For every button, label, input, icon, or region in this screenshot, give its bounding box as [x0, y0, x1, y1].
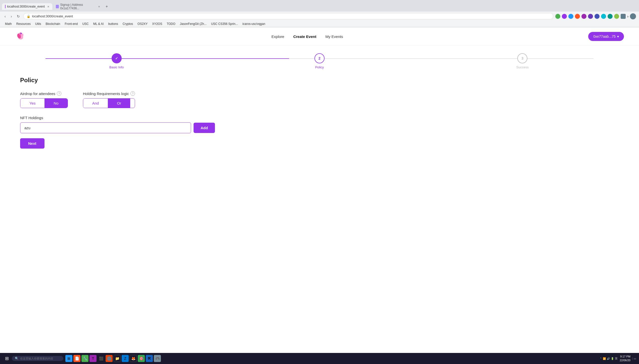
nav-explore[interactable]: Explore	[271, 34, 284, 39]
navigation: Explore Create Event My Events 0xe77aab.…	[0, 27, 639, 46]
nav-my-events[interactable]: My Events	[325, 34, 343, 39]
extensions-chevron[interactable]: ›	[627, 14, 628, 18]
tab-favicon-2	[56, 5, 59, 8]
nav-create-event[interactable]: Create Event	[293, 34, 316, 39]
bookmark-blockchain-label: Blockchain	[45, 22, 60, 26]
tab-close-1[interactable]: ✕	[47, 5, 49, 8]
airdrop-yes-button[interactable]: Yes	[20, 99, 44, 108]
ext-icon-5[interactable]	[581, 14, 586, 19]
ext-icon-10[interactable]	[614, 14, 619, 19]
bookmark-usccs356[interactable]: USC CS356 Sprin...	[209, 22, 240, 26]
next-button[interactable]: Next	[20, 138, 44, 149]
holding-and-button[interactable]: And	[83, 99, 108, 108]
ext-icon-1[interactable]	[555, 14, 560, 19]
bookmarks-bar: Math Resources Utils Blockchain Front-en…	[0, 21, 639, 27]
bookmark-usc-label: USC	[82, 22, 88, 26]
bookmark-frontend[interactable]: Front-end	[63, 22, 80, 26]
add-button[interactable]: Add	[194, 123, 215, 133]
bookmark-xy2os-label: XY2OS	[152, 22, 162, 26]
stepper-container: ✓ Basic Info 2 Policy 3 Success	[0, 46, 639, 72]
nft-holdings-input[interactable]	[20, 122, 191, 133]
tab-inactive[interactable]: Signup | Address 0x1a177436... ✕	[53, 2, 103, 12]
holding-or-button[interactable]: Or	[108, 99, 130, 108]
stepper-steps: ✓ Basic Info 2 Policy 3 Success	[15, 53, 624, 69]
wallet-button[interactable]: 0xe77aab...75 ▾	[588, 32, 624, 41]
refresh-button[interactable]: ↻	[15, 14, 21, 19]
holding-help-icon[interactable]: ?	[130, 91, 135, 96]
bookmark-os2xy-label: OS2XY	[138, 22, 148, 26]
bookmark-os2xy[interactable]: OS2XY	[135, 22, 150, 26]
ext-icon-2[interactable]	[562, 14, 567, 19]
ext-icon-6[interactable]	[588, 14, 593, 19]
nft-input-row: Add	[20, 122, 619, 133]
holding-toggle: And Or	[83, 98, 135, 108]
ext-icon-8[interactable]	[601, 14, 606, 19]
tab-title-2: Signup | Address 0x1a177436...	[60, 3, 96, 10]
bookmark-blockchain[interactable]: Blockchain	[43, 22, 62, 26]
ext-icon-11[interactable]	[621, 14, 626, 19]
bookmark-utils[interactable]: Utils	[33, 22, 43, 26]
logo[interactable]	[15, 30, 26, 42]
bookmark-math-label: Math	[5, 22, 12, 26]
bookmark-usc[interactable]: USC	[80, 22, 90, 26]
profile-icon[interactable]	[630, 13, 636, 19]
airdrop-help-icon[interactable]: ?	[57, 91, 61, 96]
step-3-circle: 3	[517, 53, 527, 63]
bookmark-buttons[interactable]: buttons	[106, 22, 120, 26]
bookmark-frontend-label: Front-end	[65, 22, 78, 26]
ext-icon-4[interactable]	[575, 14, 580, 19]
step-1-label: Basic Info	[109, 65, 124, 69]
browser-chrome: localhost:3000/create_event ✕ Signup | A…	[0, 0, 639, 27]
step-1-circle: ✓	[112, 53, 122, 63]
bookmark-icaros-label: icaros-usc/vqgan	[242, 22, 265, 26]
ext-icon-9[interactable]	[608, 14, 613, 19]
bookmark-mlai[interactable]: ML & AI	[91, 22, 106, 26]
bookmark-resources-label: Resources	[16, 22, 31, 26]
bookmark-cryptos-label: Cryptos	[123, 22, 133, 26]
stepper: ✓ Basic Info 2 Policy 3 Success	[15, 53, 624, 69]
main-content: Policy Airdrop for attendees ? Yes No Ho…	[0, 72, 639, 159]
form-section: Airdrop for attendees ? Yes No Holding R…	[20, 91, 619, 108]
holding-logic-label: Holding Requirements logic ?	[83, 91, 135, 96]
new-tab-button[interactable]: +	[104, 3, 110, 10]
page-title: Policy	[20, 77, 619, 84]
bookmark-jasonfeng[interactable]: JasonFengGit (Zh...	[178, 22, 209, 26]
tab-active[interactable]: localhost:3000/create_event ✕	[2, 3, 52, 10]
nft-holdings-label: NFT Holdings	[20, 116, 619, 120]
back-button[interactable]: ‹	[3, 14, 7, 19]
bookmark-math[interactable]: Math	[3, 22, 14, 26]
bookmark-xy2os[interactable]: XY2OS	[150, 22, 164, 26]
wallet-dropdown-icon: ▾	[617, 34, 619, 38]
tab-favicon-1	[5, 5, 6, 8]
browser-extension-icons: ›	[555, 13, 636, 19]
logo-svg	[15, 30, 26, 41]
bookmark-todo[interactable]: TODO	[165, 22, 177, 26]
airdrop-group: Airdrop for attendees ? Yes No	[20, 91, 68, 108]
tab-title-1: localhost:3000/create_event	[7, 5, 45, 8]
step-1: ✓ Basic Info	[15, 53, 218, 69]
forward-button[interactable]: ›	[9, 14, 14, 19]
step-3: 3 Success	[421, 53, 624, 69]
bookmark-mlai-label: ML & AI	[93, 22, 104, 26]
ext-icon-3[interactable]	[568, 14, 573, 19]
svg-point-4	[21, 33, 22, 34]
bookmark-icaros[interactable]: icaros-usc/vqgan	[240, 22, 267, 26]
bookmark-usccs356-label: USC CS356 Sprin...	[211, 22, 238, 26]
app-content: Explore Create Event My Events 0xe77aab.…	[0, 27, 639, 183]
bookmark-jasonfeng-label: JasonFengGit (Zh...	[180, 22, 207, 26]
bookmark-utils-label: Utils	[35, 22, 41, 26]
ext-icon-7[interactable]	[595, 14, 600, 19]
wallet-label: 0xe77aab...75	[593, 34, 616, 38]
step-3-label: Success	[516, 65, 529, 69]
bookmark-buttons-label: buttons	[108, 22, 118, 26]
address-text: localhost:3000/create_event	[32, 14, 73, 18]
address-bar[interactable]: 🔒 localhost:3000/create_event	[23, 13, 553, 19]
bookmark-resources[interactable]: Resources	[14, 22, 33, 26]
step-2-number: 2	[318, 56, 321, 60]
step-2-circle: 2	[314, 53, 325, 63]
bookmark-cryptos[interactable]: Cryptos	[121, 22, 135, 26]
step-1-icon: ✓	[115, 56, 118, 60]
airdrop-no-button[interactable]: No	[44, 99, 67, 108]
nft-holdings-section: NFT Holdings Add	[20, 116, 619, 133]
tab-close-2[interactable]: ✕	[98, 5, 100, 8]
